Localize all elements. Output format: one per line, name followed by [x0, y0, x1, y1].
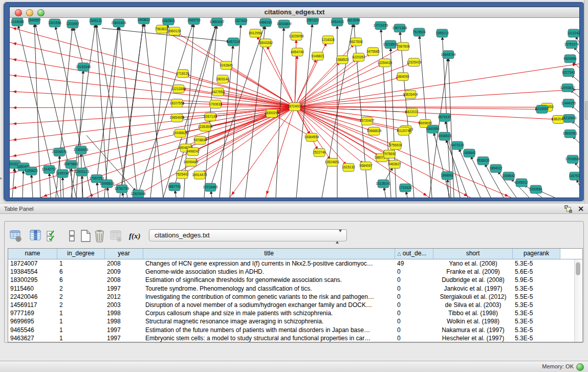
cell: Disruption of a novel member of a sodium… — [143, 301, 395, 309]
table-row[interactable]: 1872400712008Changes of HCN gene express… — [8, 259, 582, 268]
cell: 22420046 — [8, 293, 57, 301]
cell: Estimation of the future numbers of pati… — [143, 326, 395, 334]
cell: 6 — [57, 268, 105, 276]
cell: Structural magnetic resonance image aver… — [143, 317, 395, 325]
network-window-title: citations_edges.txt — [10, 7, 579, 17]
scrollbar-thumb[interactable] — [576, 262, 580, 275]
column-header-title[interactable]: title — [143, 249, 395, 259]
cell: Embryonic stem cells: a model to study s… — [143, 334, 395, 342]
zoom-window-button[interactable] — [37, 9, 45, 16]
column-header-out_de[interactable]: △out_de... — [395, 249, 433, 259]
cell: 2008 — [105, 276, 143, 284]
cell: 49 — [395, 259, 433, 268]
table-settings-icon[interactable] — [9, 229, 23, 243]
cell: 2012 — [105, 293, 143, 301]
column-header-pagerank[interactable]: pagerank — [513, 249, 560, 259]
cell: 2003 — [105, 301, 143, 309]
network-window-frame: citations_edges.txt 18724007822035712254… — [4, 3, 584, 201]
cell: 2 — [57, 301, 105, 309]
table-row[interactable]: 1456911722003Disruption of a novel membe… — [8, 301, 582, 309]
column-header-name[interactable]: name — [8, 249, 57, 259]
cell: 9699695 — [8, 317, 57, 325]
left-panel-collapse-arrow[interactable]: ▸ — [0, 176, 3, 181]
cell: Corpus callosum shape and size in male p… — [143, 309, 395, 317]
network-window-titlebar[interactable]: citations_edges.txt — [10, 7, 579, 18]
table-panel-titlebar[interactable]: Table Panel ✕ — [0, 203, 588, 214]
minimize-window-button[interactable] — [26, 9, 33, 16]
node-table: namein_degreeyeartitle△out_de...shortpag… — [8, 248, 583, 342]
cell: 9115460 — [8, 285, 57, 293]
cell: 5.5E-5 — [513, 293, 560, 301]
cell: Changes of HCN gene expression and I(f) … — [143, 259, 395, 268]
cell: 5.3E-5 — [513, 259, 560, 268]
cell: Investigating the contribution of common… — [143, 293, 395, 301]
table-toolbar-and-grid: f(x) citations_edges.txt namein_degreeye… — [4, 221, 584, 343]
cell: 2 — [57, 293, 105, 301]
cell: 5.9E-5 — [513, 276, 560, 284]
cell: 6 — [57, 276, 105, 284]
table-body: 1872400712008Changes of HCN gene express… — [8, 259, 582, 342]
cell: Genome-wide association studies in ADHD. — [143, 268, 395, 276]
cell: Hescheler et al. (1997) — [433, 334, 513, 342]
close-panel-icon[interactable]: ✕ — [578, 205, 584, 213]
cell: 5.3E-5 — [513, 301, 560, 309]
memory-status-label: Memory: OK — [542, 361, 574, 372]
delete-table-icon[interactable] — [93, 229, 106, 243]
cell: 5.3E-5 — [513, 309, 560, 317]
table-panel: Table Panel ✕ — [0, 203, 588, 361]
cell: 14569117 — [8, 301, 57, 309]
cell: Tourette syndrome. Phenomenology and cla… — [143, 285, 395, 293]
application-window: citations_edges.txt 18724007822035712254… — [0, 0, 588, 372]
traffic-lights — [15, 9, 45, 16]
cell: 1997 — [105, 326, 143, 334]
cell: 1 — [57, 317, 105, 325]
cell: 0 — [395, 309, 433, 317]
splitter-handle[interactable] — [585, 101, 588, 120]
table-row[interactable]: 977716911998Corpus callosum shape and si… — [8, 309, 582, 317]
cell: 0 — [395, 317, 433, 325]
new-table-icon[interactable] — [79, 229, 93, 243]
cell: Estimation of significance thresholds fo… — [143, 276, 395, 284]
cell: de Silva et al. (2003) — [433, 301, 513, 309]
float-panel-icon[interactable] — [564, 205, 573, 213]
function-builder-icon[interactable]: f(x) — [129, 229, 142, 243]
cell: Wolkin et al. (1998) — [433, 317, 513, 325]
cell: 1997 — [105, 334, 143, 342]
cell: Stergiakouli et al. (2012) — [433, 293, 513, 301]
vertical-scrollbar[interactable] — [574, 259, 582, 342]
cell: Franke et al. (2009) — [433, 268, 513, 276]
cell: 0 — [395, 326, 433, 334]
table-row[interactable]: 946554611997Estimation of the future num… — [8, 326, 582, 334]
column-header-in_degree[interactable]: in_degree — [57, 249, 105, 259]
import-table-icon[interactable] — [110, 229, 123, 243]
cell: Tibbo et al. (1998) — [433, 309, 513, 317]
cell: 9465546 — [8, 326, 57, 334]
table-row[interactable]: 1938455462009Genome-wide association stu… — [8, 268, 582, 276]
table-row[interactable]: 911546021997Tourette syndrome. Phenomeno… — [8, 285, 582, 293]
column-header-short[interactable]: short — [433, 249, 513, 259]
cell: Jankovic et al. (1997) — [433, 285, 513, 293]
column-header-year[interactable]: year — [105, 249, 143, 259]
cell: 0 — [395, 276, 433, 284]
right-splitter[interactable] — [584, 0, 588, 203]
close-window-button[interactable] — [15, 9, 22, 16]
table-row[interactable]: 946362711997Embryonic stem cells: a mode… — [8, 334, 582, 342]
cell: 18300295 — [8, 276, 57, 284]
table-row[interactable]: 969969511998Structural magnetic resonanc… — [8, 317, 582, 325]
memory-status-indicator[interactable] — [576, 363, 584, 371]
hide-rows-icon[interactable] — [66, 229, 79, 243]
cell: Dudbridge et al. (2008) — [433, 276, 513, 284]
cell: 5.3E-5 — [513, 334, 560, 342]
table-row[interactable]: 2242004622012Investigating the contribut… — [8, 293, 582, 301]
cell: 5.3E-5 — [513, 285, 560, 293]
cell: Yano et al. (2008) — [433, 259, 513, 268]
table-selector-dropdown[interactable]: citations_edges.txt — [149, 229, 347, 242]
select-rows-icon[interactable] — [46, 229, 59, 243]
table-row[interactable]: 1830029562008Estimation of significance … — [8, 276, 582, 284]
cell: 1 — [57, 309, 105, 317]
resize-grip-icon[interactable] — [10, 18, 578, 196]
show-columns-icon[interactable] — [29, 229, 42, 243]
cell: 1997 — [105, 285, 143, 293]
network-canvas[interactable]: 1872400782203571225441918640931362640488… — [10, 18, 579, 198]
cell: 2008 — [105, 259, 143, 268]
